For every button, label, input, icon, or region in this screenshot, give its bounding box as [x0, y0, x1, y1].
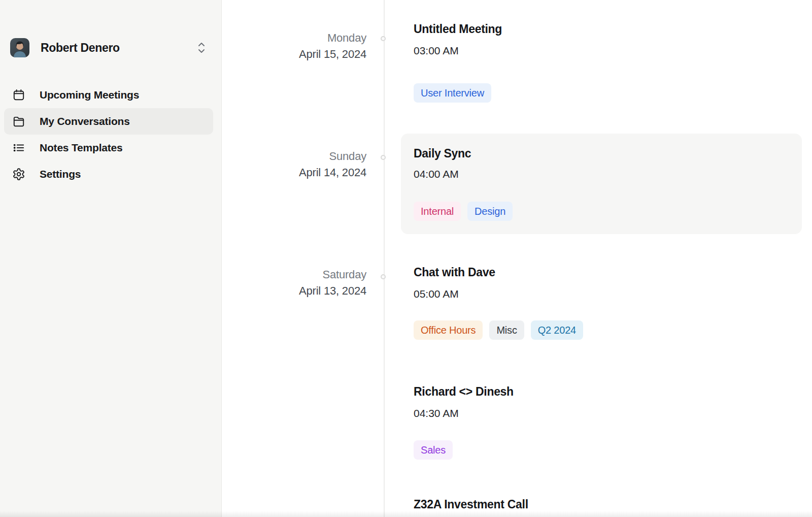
day-date: April 15, 2024 — [222, 46, 366, 62]
day-name: Saturday — [222, 267, 366, 282]
sidebar-nav: Upcoming Meetings My Conversations — [4, 82, 213, 187]
date-label: Saturday April 13, 2024 — [222, 265, 401, 299]
sidebar-item-label: Upcoming Meetings — [40, 89, 139, 101]
timeline-row: Sunday April 14, 2024 Daily Sync 04:00 A… — [222, 134, 812, 234]
meeting-title[interactable]: Daily Sync — [414, 146, 789, 161]
meeting-title[interactable]: Z32A Investment Call — [414, 497, 789, 512]
sidebar-item-label: Settings — [40, 168, 81, 180]
tag-design[interactable]: Design — [467, 202, 513, 221]
tag-sales[interactable]: Sales — [414, 440, 453, 460]
avatar — [10, 38, 29, 57]
sidebar-item-settings[interactable]: Settings — [4, 161, 213, 187]
meeting-time: 04:30 AM — [414, 406, 789, 421]
meeting-item-richard-dinesh[interactable]: Richard <> Dinesh 04:30 AM Sales — [401, 384, 802, 460]
gear-icon — [12, 168, 25, 181]
meeting-title[interactable]: Chat with Dave — [414, 265, 789, 280]
tag-misc[interactable]: Misc — [489, 320, 524, 340]
timeline-row: Z32A Investment Call — [222, 497, 812, 512]
meeting-item-daily-sync[interactable]: Daily Sync 04:00 AM Internal Design — [401, 134, 802, 234]
meeting-title[interactable]: Richard <> Dinesh — [414, 384, 789, 399]
meeting-title[interactable]: Untitled Meeting — [414, 21, 789, 37]
tag-user-interview[interactable]: User Interview — [414, 83, 491, 103]
sidebar: Robert Denero Upcoming Meetings — [0, 0, 222, 517]
meeting-item-z32a-investment-call[interactable]: Z32A Investment Call — [401, 497, 802, 512]
list-icon — [12, 141, 25, 154]
meeting-item-chat-with-dave[interactable]: Chat with Dave 05:00 AM Office Hours Mis… — [401, 265, 802, 340]
tag-internal[interactable]: Internal — [414, 202, 461, 221]
sidebar-item-label: Notes Templates — [40, 142, 123, 154]
meeting-time: 04:00 AM — [414, 167, 789, 181]
day-name: Sunday — [222, 149, 366, 164]
day-name: Monday — [222, 30, 366, 46]
timeline-row: Saturday April 13, 2024 Chat with Dave 0… — [222, 265, 812, 340]
conversations-timeline: Monday April 15, 2024 Untitled Meeting 0… — [222, 0, 812, 517]
timeline-row: Richard <> Dinesh 04:30 AM Sales — [222, 384, 812, 460]
day-date: April 13, 2024 — [222, 282, 366, 299]
sidebar-item-label: My Conversations — [40, 115, 130, 127]
meeting-time: 05:00 AM — [414, 287, 789, 301]
sidebar-item-notes-templates[interactable]: Notes Templates — [4, 135, 213, 161]
meeting-item-untitled-meeting[interactable]: Untitled Meeting 03:00 AM User Interview — [401, 21, 802, 103]
tag-q2-2024[interactable]: Q2 2024 — [531, 320, 583, 340]
user-name: Robert Denero — [41, 41, 120, 55]
profile-switcher[interactable]: Robert Denero — [10, 38, 213, 57]
calendar-icon — [12, 88, 25, 102]
sidebar-item-my-conversations[interactable]: My Conversations — [4, 108, 213, 135]
app-window: Robert Denero Upcoming Meetings — [0, 0, 812, 517]
tag-office-hours[interactable]: Office Hours — [414, 320, 483, 340]
date-label: Sunday April 14, 2024 — [222, 134, 401, 181]
folder-icon — [12, 115, 25, 128]
day-date: April 14, 2024 — [222, 164, 366, 181]
timeline-row: Monday April 15, 2024 Untitled Meeting 0… — [222, 21, 812, 103]
meeting-time: 03:00 AM — [414, 44, 789, 58]
chevron-up-down-icon[interactable] — [197, 41, 206, 54]
date-label: Monday April 15, 2024 — [222, 21, 401, 62]
sidebar-item-upcoming-meetings[interactable]: Upcoming Meetings — [4, 82, 213, 108]
